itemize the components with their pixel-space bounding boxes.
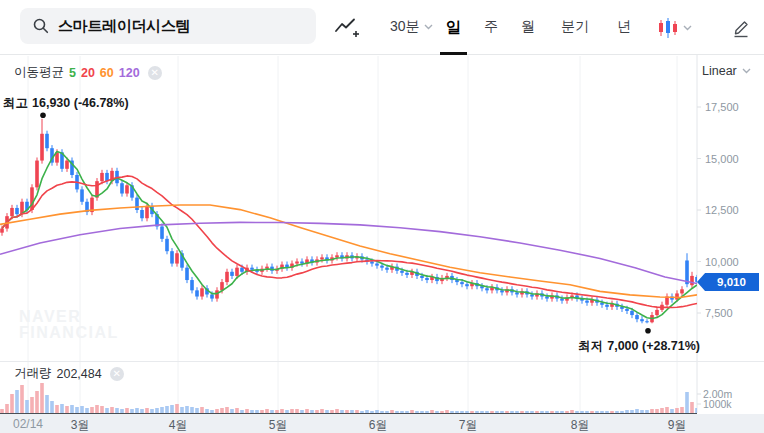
time-tick-label: 02/14 [13, 417, 43, 431]
stock-chart-app: 스마트레이더시스템 30분 일 주 월 분기 년 [0, 0, 764, 433]
search-icon [33, 18, 49, 34]
candlestick-icon [657, 17, 679, 39]
volume-value: 202,484 [57, 367, 102, 381]
time-tick-label: 3월 [71, 417, 90, 433]
add-chart-icon[interactable] [334, 0, 360, 55]
tab-weekly[interactable]: 주 [484, 0, 498, 54]
chart-style-button[interactable] [657, 0, 692, 55]
chevron-down-icon [742, 68, 751, 74]
price-tick-label: 17,500 [705, 101, 739, 113]
ma5-label: 5 [69, 66, 76, 80]
time-tick-label: 5월 [269, 417, 288, 433]
time-tick-label: 7월 [459, 417, 478, 433]
tab-quarterly[interactable]: 분기 [561, 0, 589, 54]
ma60-label: 60 [100, 66, 114, 80]
low-change: (+28.71%) [642, 339, 700, 353]
high-marker-dot [40, 112, 46, 118]
high-price-annotation: 최고16,930 (-46.78%) [3, 95, 129, 112]
time-tick-label: 6월 [369, 417, 388, 433]
moving-average-legend: 이동평균 5 20 60 120 ✕ [14, 64, 162, 81]
low-marker-dot [645, 328, 651, 334]
tab-daily[interactable]: 일 [446, 0, 461, 54]
high-change: (-46.78%) [74, 96, 129, 110]
current-price-badge: 9,010 [697, 273, 759, 291]
volume-legend-close-icon[interactable]: ✕ [110, 367, 124, 381]
chevron-down-icon [424, 24, 433, 30]
price-tick-label: 7,500 [705, 307, 733, 319]
volume-axis-tick: 1000k [703, 399, 732, 409]
low-price-annotation: 최저7,000 (+28.71%) [578, 338, 700, 355]
stock-search-box[interactable]: 스마트레이더시스템 [20, 8, 316, 44]
price-tick-label: 15,000 [705, 153, 739, 165]
time-tick-label: 9월 [668, 417, 687, 433]
draw-tool-button[interactable] [731, 0, 751, 55]
ma-legend-close-icon[interactable]: ✕ [148, 66, 162, 80]
high-value: 16,930 [32, 96, 70, 110]
scale-selector[interactable]: Linear [702, 64, 751, 78]
volume-label: 거래량 [14, 365, 52, 382]
ma120-label: 120 [119, 66, 140, 80]
chevron-down-icon [683, 25, 692, 31]
ma-legend-title: 이동평균 [14, 64, 64, 81]
header: 스마트레이더시스템 30분 일 주 월 분기 년 [0, 0, 764, 55]
selected-tab-underline [440, 52, 467, 55]
price-tick-label: 12,500 [705, 204, 739, 216]
time-axis: 02/143월4월5월6월7월8월9월 [0, 414, 764, 433]
tab-monthly[interactable]: 월 [521, 0, 535, 54]
time-tick-label: 8월 [571, 417, 590, 433]
price-tick-label: 10,000 [705, 256, 739, 268]
naver-financial-watermark: NAVER FINANCIAL [19, 309, 119, 341]
tab-30min[interactable]: 30분 [390, 0, 433, 54]
stock-name: 스마트레이더시스템 [58, 17, 190, 36]
low-value: 7,000 [607, 339, 638, 353]
ma20-label: 20 [81, 66, 95, 80]
time-tick-label: 4월 [169, 417, 188, 433]
pencil-icon [731, 18, 751, 38]
tab-yearly[interactable]: 년 [617, 0, 631, 54]
volume-legend: 거래량 202,484 ✕ [14, 365, 124, 382]
